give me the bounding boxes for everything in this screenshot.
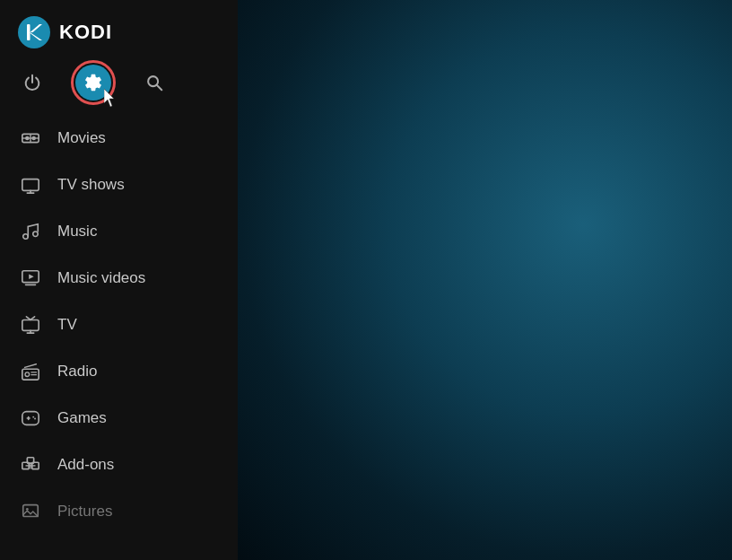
tv-label: TV xyxy=(57,316,77,334)
svg-marker-18 xyxy=(29,274,34,279)
cursor-icon xyxy=(104,89,120,113)
add-ons-label: Add-ons xyxy=(57,456,114,474)
sidebar-item-add-ons[interactable]: Add-ons xyxy=(0,442,238,488)
settings-button[interactable] xyxy=(75,65,111,101)
music-videos-icon xyxy=(18,266,43,291)
main-content xyxy=(238,0,732,560)
radio-icon xyxy=(18,359,43,384)
sidebar-item-radio[interactable]: Radio xyxy=(0,348,238,395)
top-icons-bar xyxy=(0,61,238,115)
music-icon xyxy=(18,219,43,244)
svg-point-0 xyxy=(18,16,50,48)
power-button[interactable] xyxy=(14,65,50,101)
music-videos-label: Music videos xyxy=(57,269,145,287)
sidebar: KODI xyxy=(0,0,238,560)
kodi-logo-icon xyxy=(18,16,50,48)
games-label: Games xyxy=(57,409,107,427)
pictures-icon xyxy=(18,499,43,524)
sidebar-item-tv-shows[interactable]: TV shows xyxy=(0,162,238,208)
search-button[interactable] xyxy=(136,65,172,101)
sidebar-item-games[interactable]: Games xyxy=(0,395,238,442)
svg-point-30 xyxy=(34,418,36,420)
svg-line-6 xyxy=(157,85,162,91)
nav-list: Movies TV shows Music xyxy=(0,115,238,560)
svg-rect-20 xyxy=(22,320,39,331)
sidebar-item-music[interactable]: Music xyxy=(0,208,238,255)
svg-point-29 xyxy=(32,416,34,418)
svg-marker-4 xyxy=(104,89,114,107)
sidebar-item-movies[interactable]: Movies xyxy=(0,115,238,162)
add-ons-icon xyxy=(18,452,43,477)
games-icon xyxy=(18,406,43,431)
sidebar-item-pictures[interactable]: Pictures xyxy=(0,488,238,535)
svg-rect-12 xyxy=(22,179,39,191)
logo-area: KODI xyxy=(0,0,238,61)
tv-icon xyxy=(18,312,43,337)
movies-label: Movies xyxy=(57,129,106,147)
tv-shows-label: TV shows xyxy=(57,176,125,194)
movies-icon xyxy=(18,126,43,151)
tv-shows-icon xyxy=(18,172,43,197)
sidebar-item-tv[interactable]: TV xyxy=(0,302,238,348)
svg-point-24 xyxy=(25,372,30,377)
svg-point-15 xyxy=(23,234,29,240)
sidebar-item-music-videos[interactable]: Music videos xyxy=(0,255,238,302)
pictures-label: Pictures xyxy=(57,503,112,521)
music-label: Music xyxy=(57,223,97,241)
radio-label: Radio xyxy=(57,363,97,381)
svg-point-16 xyxy=(33,232,39,237)
app-title: KODI xyxy=(59,21,112,44)
svg-rect-1 xyxy=(27,24,30,40)
